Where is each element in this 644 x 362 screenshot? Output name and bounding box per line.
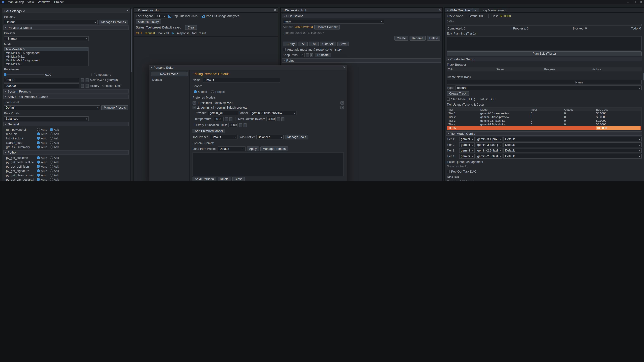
branch-select[interactable]: main <box>283 19 384 24</box>
close-icon[interactable] <box>439 8 441 12</box>
discussion-action-button[interactable]: Rename <box>410 36 426 40</box>
tool-preset-select[interactable]: Default <box>210 135 237 139</box>
add-preferred-model-button[interactable]: Add Preferred Model <box>192 129 225 133</box>
reorder-button[interactable] <box>192 101 196 104</box>
auto-radio[interactable] <box>37 128 40 131</box>
auto-radio[interactable] <box>37 165 40 168</box>
entry-action-button[interactable]: Save <box>337 41 349 46</box>
auto-radio[interactable] <box>37 178 40 181</box>
tier-preset-select[interactable]: Default <box>504 137 642 141</box>
epic-planning-textarea[interactable] <box>447 36 642 50</box>
load-preset-select[interactable]: Default <box>218 146 245 151</box>
minimize-icon[interactable] <box>628 0 629 4</box>
right-scrollbar[interactable] <box>643 4 644 181</box>
persona-select[interactable]: Default <box>4 20 98 24</box>
track-name-input[interactable]: Name <box>447 80 642 84</box>
section-tier-model-config[interactable]: Tier Model Config <box>446 131 642 136</box>
apply-button[interactable]: Apply <box>247 146 259 151</box>
scrollbar-thumb[interactable] <box>643 73 644 80</box>
section-system-prompts[interactable]: System Prompts <box>3 89 129 93</box>
popout-tool-calls-checkbox[interactable] <box>168 14 171 17</box>
auto-radio[interactable] <box>37 132 40 135</box>
group-python[interactable]: Python <box>3 150 129 155</box>
remove-model-button[interactable] <box>340 101 344 104</box>
tier-provider-select[interactable]: gemini <box>459 137 474 141</box>
entry-action-button[interactable]: + Entry <box>283 41 297 46</box>
temperature-input[interactable]: -0.0 <box>214 117 224 121</box>
tier-preset-select[interactable]: Default <box>504 154 642 159</box>
save-persona-button[interactable]: Save Persona <box>192 177 216 181</box>
manage-prompts-button[interactable]: Manage Prompts <box>260 146 288 151</box>
increment-button[interactable] <box>243 123 246 127</box>
maximize-icon[interactable] <box>634 0 636 4</box>
close-icon[interactable] <box>640 0 642 4</box>
create-track-button[interactable]: Create Track <box>447 91 469 96</box>
section-provider-model[interactable]: Provider & Model <box>3 25 129 30</box>
entry-action-button[interactable]: Clear All <box>320 41 336 46</box>
menu-item[interactable]: Project <box>54 0 64 4</box>
ask-radio[interactable] <box>50 132 53 135</box>
model-select[interactable]: gemini-3-flash-preview <box>250 111 297 115</box>
section-active-presets[interactable]: Active Tool Presets & Biases <box>3 94 129 99</box>
decrement-button[interactable] <box>81 78 84 82</box>
increment-button[interactable] <box>86 84 88 88</box>
tier-model-select[interactable]: gemini-2.5-flash-lite <box>476 154 502 159</box>
decrement-button[interactable] <box>239 123 242 127</box>
manage-presets-button[interactable]: Manage Presets <box>102 105 128 110</box>
scrollbar-thumb[interactable] <box>131 9 132 72</box>
system-prompt-textarea[interactable] <box>192 152 344 176</box>
bias-profile-select[interactable]: Balanced <box>256 135 284 139</box>
close-icon[interactable] <box>274 8 276 12</box>
increment-button[interactable] <box>282 117 284 121</box>
ask-radio[interactable] <box>50 156 53 159</box>
auto-radio[interactable] <box>37 161 40 164</box>
chevron-down-icon[interactable] <box>136 9 137 11</box>
auto-radio[interactable] <box>37 169 40 172</box>
ask-radio[interactable] <box>50 137 53 140</box>
scope-global-radio[interactable] <box>194 90 197 93</box>
section-conductor-setup[interactable]: Conductor Setup <box>446 57 642 61</box>
auto-radio[interactable] <box>37 137 40 140</box>
name-input[interactable]: Default <box>203 78 280 82</box>
increment-button[interactable] <box>310 53 313 57</box>
model-list-item[interactable]: MiniMax-M2.5-highspeed <box>4 51 88 55</box>
delete-persona-button[interactable]: Delete <box>218 177 231 181</box>
model-list-item[interactable]: MiniMax-M2.1 <box>4 55 88 58</box>
history-limit-input[interactable]: 900000 <box>4 83 79 88</box>
section-roles[interactable]: Roles <box>282 58 441 63</box>
plan-epic-button[interactable]: Plan Epic (Tier 1) <box>447 51 642 56</box>
chevron-down-icon[interactable] <box>282 9 284 11</box>
tier-model-select[interactable]: gemini-2.5-flash-lite <box>476 148 502 153</box>
manage-personas-button[interactable]: Manage Personas <box>99 20 128 24</box>
auto-radio[interactable] <box>37 141 40 144</box>
step-mode-checkbox[interactable] <box>447 97 450 100</box>
group-general[interactable]: General <box>3 122 129 126</box>
decrement-button[interactable] <box>81 84 84 88</box>
tier-model-select[interactable]: gemini-3-flash-preview <box>476 142 502 147</box>
temperature-slider[interactable] <box>4 74 44 75</box>
ask-radio[interactable] <box>50 178 53 181</box>
tier-preset-select[interactable]: Default <box>504 148 642 153</box>
tool-preset-select[interactable]: Default <box>4 105 100 110</box>
discussion-action-button[interactable]: Delete <box>427 36 440 40</box>
slider-knob[interactable] <box>4 73 6 76</box>
tier-provider-select[interactable]: gemini <box>459 142 474 147</box>
track-type-select[interactable]: feature <box>456 85 642 90</box>
auto-radio[interactable] <box>37 145 40 148</box>
tier-provider-select[interactable]: gemini <box>459 154 474 159</box>
autoadd-checkbox[interactable] <box>283 48 286 51</box>
bias-profile-select[interactable]: Balanced <box>4 116 88 121</box>
close-icon[interactable] <box>126 9 128 12</box>
tab-log-management[interactable]: Log Management <box>479 8 509 12</box>
entry-action-button[interactable]: +All <box>309 41 319 46</box>
ask-radio[interactable] <box>50 128 53 131</box>
tier-model-select[interactable]: gemini-3.1-pro-preview <box>476 137 502 141</box>
manage-tools-button[interactable]: Manage Tools <box>285 135 308 139</box>
keep-pairs-input[interactable]: 2 <box>300 53 304 57</box>
auto-radio[interactable] <box>37 174 40 177</box>
decrement-button[interactable] <box>277 117 280 121</box>
remove-model-button[interactable] <box>340 106 344 109</box>
increment-button[interactable] <box>86 78 88 82</box>
section-discussions[interactable]: Discussions <box>282 14 441 18</box>
close-icon[interactable] <box>475 8 477 12</box>
